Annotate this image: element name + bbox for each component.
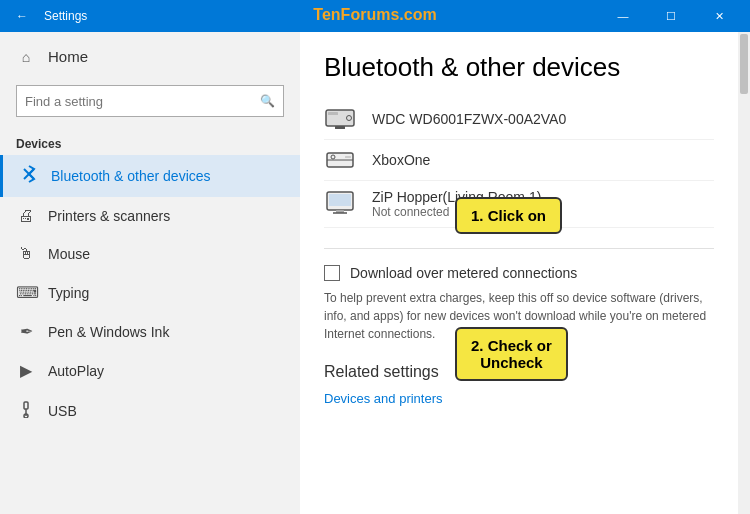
bluetooth-icon — [19, 165, 39, 187]
sidebar-item-pen[interactable]: ✒ Pen & Windows Ink — [0, 312, 300, 351]
back-button[interactable]: ← — [8, 2, 36, 30]
callout-2: 2. Check or Uncheck — [455, 327, 568, 381]
checkbox-row: Download over metered connections — [324, 265, 714, 281]
back-icon: ← — [16, 9, 28, 23]
sidebar-item-typing-label: Typing — [48, 285, 89, 301]
sidebar-item-bluetooth-label: Bluetooth & other devices — [51, 168, 211, 184]
sidebar-item-autoplay-label: AutoPlay — [48, 363, 104, 379]
maximize-button[interactable]: ☐ — [648, 0, 694, 32]
callout-1-text: 1. Click on — [471, 207, 546, 224]
search-input[interactable] — [25, 94, 260, 109]
sidebar-item-printers-label: Printers & scanners — [48, 208, 170, 224]
svg-rect-4 — [328, 112, 338, 115]
home-label: Home — [48, 48, 88, 65]
printer-icon: 🖨 — [16, 207, 36, 225]
window-title: Settings — [44, 9, 600, 23]
app-body: ⌂ Home 🔍 Devices Bluetooth & other devic… — [0, 32, 750, 514]
search-box[interactable]: 🔍 — [16, 85, 284, 117]
home-icon: ⌂ — [16, 49, 36, 65]
device-name-xbox: XboxOne — [372, 152, 430, 168]
svg-rect-12 — [329, 194, 351, 206]
device-info-xbox: XboxOne — [372, 152, 430, 168]
search-icon: 🔍 — [260, 94, 275, 108]
close-button[interactable]: ✕ — [696, 0, 742, 32]
svg-rect-10 — [345, 156, 351, 158]
sidebar-item-typing[interactable]: ⌨ Typing — [0, 273, 300, 312]
sidebar: ⌂ Home 🔍 Devices Bluetooth & other devic… — [0, 32, 300, 514]
xbox-device-icon — [324, 148, 356, 172]
callout-2-line1: 2. Check or — [471, 337, 552, 354]
device-name-drive: WDC WD6001FZWX-00A2VA0 — [372, 111, 566, 127]
metered-connections-checkbox[interactable] — [324, 265, 340, 281]
sidebar-item-usb-label: USB — [48, 403, 77, 419]
autoplay-icon: ▶ — [16, 361, 36, 380]
typing-icon: ⌨ — [16, 283, 36, 302]
content-area: Bluetooth & other devices WDC WD6001FZWX… — [300, 32, 738, 514]
sidebar-item-pen-label: Pen & Windows Ink — [48, 324, 169, 340]
minimize-button[interactable]: — — [600, 0, 646, 32]
mouse-icon: 🖱 — [16, 245, 36, 263]
callout-2-line2: Uncheck — [480, 354, 543, 371]
page-title: Bluetooth & other devices — [324, 52, 714, 83]
svg-rect-6 — [335, 126, 345, 129]
related-link-devices[interactable]: Devices and printers — [324, 391, 714, 406]
device-info-drive: WDC WD6001FZWX-00A2VA0 — [372, 111, 566, 127]
pen-icon: ✒ — [16, 322, 36, 341]
window-controls: — ☐ ✕ — [600, 0, 742, 32]
device-item-xbox: XboxOne — [324, 140, 714, 181]
scrollbar[interactable] — [738, 32, 750, 514]
usb-icon — [16, 400, 36, 422]
titlebar: ← Settings — ☐ ✕ — [0, 0, 750, 32]
device-item-drive: WDC WD6001FZWX-00A2VA0 — [324, 99, 714, 140]
sidebar-item-bluetooth[interactable]: Bluetooth & other devices — [0, 155, 300, 197]
metered-connections-label: Download over metered connections — [350, 265, 577, 281]
sidebar-item-printers[interactable]: 🖨 Printers & scanners — [0, 197, 300, 235]
display-device-icon — [324, 192, 356, 216]
separator — [324, 248, 714, 249]
sidebar-item-mouse[interactable]: 🖱 Mouse — [0, 235, 300, 273]
sidebar-item-autoplay[interactable]: ▶ AutoPlay — [0, 351, 300, 390]
sidebar-item-home[interactable]: ⌂ Home — [0, 32, 300, 81]
drive-device-icon — [324, 107, 356, 131]
callout-1: 1. Click on — [455, 197, 562, 234]
sidebar-section-devices: Devices — [0, 129, 300, 155]
sidebar-item-usb[interactable]: USB — [0, 390, 300, 432]
svg-rect-0 — [24, 402, 28, 409]
scrollbar-thumb[interactable] — [740, 34, 748, 94]
sidebar-item-mouse-label: Mouse — [48, 246, 90, 262]
